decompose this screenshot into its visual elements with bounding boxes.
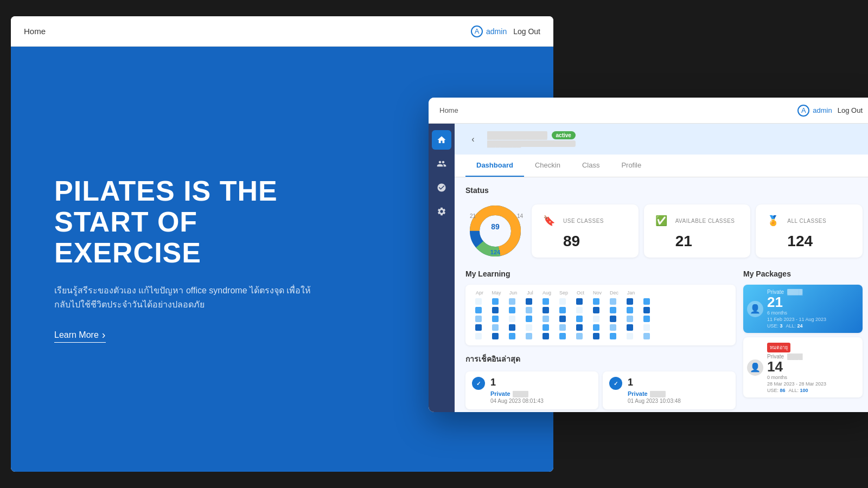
tab-checkin[interactable]: Checkin: [524, 155, 571, 177]
dash-tabs: Dashboard Checkin Class Profile: [455, 155, 868, 177]
user-id: ████████: [487, 140, 576, 147]
main-navbar: Home A admin Log Out: [11, 16, 553, 47]
month-oct: Oct: [573, 290, 588, 296]
package-info-0: Private ████ 21 6 months 11 Feb 2023 - 1…: [767, 285, 863, 333]
dash-home-link[interactable]: Home: [439, 106, 458, 114]
month-jul: Jul: [522, 290, 538, 296]
logout-button[interactable]: Log Out: [513, 27, 540, 36]
chart-grid: [471, 298, 730, 340]
pkg-duration-1: 0 months: [767, 375, 858, 380]
svg-text:89: 89: [491, 222, 500, 231]
pkg-date-range-1: 28 Mar 2023 - 28 Mar 2023: [767, 381, 858, 387]
sidebar-home-icon[interactable]: [432, 130, 451, 150]
hero-title: PILATES IS THE START OF EXERCISE: [54, 176, 326, 269]
sidebar-users-icon[interactable]: [432, 154, 451, 174]
dash-admin-label: admin: [813, 106, 832, 114]
dash-logout-button[interactable]: Log Out: [838, 106, 863, 114]
my-learning-title: My Learning: [465, 269, 736, 278]
package-info-1: หมดอายุ Private ████ 14 0 months 28 Mar …: [767, 337, 863, 397]
all-classes-label: ALL CLASSES: [787, 218, 826, 224]
use-classes-icon: 🔖: [540, 212, 558, 229]
month-jan: Jan: [623, 290, 639, 296]
use-classes-value: 89: [563, 233, 580, 250]
package-avatar-icon-1: 👤: [747, 359, 763, 376]
package-card-0[interactable]: 👤 Private ████ 21 6 months 11 Feb 2023 -…: [743, 285, 863, 333]
status-donut-chart: 89 124 21 14: [465, 201, 525, 261]
month-nov: Nov: [590, 290, 605, 296]
checkin-title: การเช็คอินล่าสุด: [465, 353, 736, 365]
available-classes-label: AVAILABLE CLASSES: [675, 218, 735, 224]
pkg-number-0: 21: [767, 295, 858, 309]
pkg-number-1: 14: [767, 359, 858, 374]
learning-chart: Apr May Jun Jul Aug Sep Oct Nov Dec Jan: [465, 285, 736, 345]
package-avatar-1: 👤: [743, 337, 767, 397]
stat-cards: 🔖 USE CLASSES 89 ✅ AVAILABLE CLASSES 21: [532, 204, 863, 258]
checkin-section: การเช็คอินล่าสุด ✓ 1 Private ████: [465, 353, 736, 412]
dash-navbar: Home A admin Log Out: [429, 98, 868, 124]
dash-nav-right: A admin Log Out: [797, 105, 863, 117]
dash-main-content: ‹ ████████████ active ████████ Dashboard…: [455, 124, 868, 412]
checkin-circle-1: ✓: [609, 377, 622, 390]
learn-more-button[interactable]: Learn More: [54, 329, 106, 343]
dashboard-window: Home A admin Log Out: [429, 98, 868, 412]
tab-class[interactable]: Class: [571, 155, 611, 177]
profile-name-area: ████████████ active ████████: [487, 131, 576, 147]
expired-badge: หมดอายุ: [767, 343, 790, 352]
package-card-1[interactable]: 👤 หมดอายุ Private ████ 14 0 months: [743, 337, 863, 397]
stat-card-use-header: 🔖 USE CLASSES: [540, 212, 604, 229]
home-link[interactable]: Home: [24, 27, 46, 36]
status-title: Status: [465, 186, 863, 195]
chart-months: Apr May Jun Jul Aug Sep Oct Nov Dec Jan: [471, 290, 730, 296]
tab-dashboard[interactable]: Dashboard: [465, 155, 524, 177]
donut-label-21: 21: [470, 213, 476, 219]
my-packages-title: My Packages: [743, 269, 863, 278]
month-sep: Sep: [556, 290, 571, 296]
profile-username: ████████████: [487, 131, 547, 139]
package-avatar-icon-0: 👤: [747, 301, 763, 317]
package-avatar-0: 👤: [743, 285, 767, 333]
dash-admin-button[interactable]: A admin: [797, 105, 832, 117]
hero-content: PILATES IS THE START OF EXERCISE เรียนรู…: [54, 176, 326, 343]
available-classes-icon: ✅: [653, 212, 670, 229]
stat-card-use-classes: 🔖 USE CLASSES 89: [532, 204, 639, 258]
tab-profile[interactable]: Profile: [610, 155, 652, 177]
my-learning-section: My Learning Apr May Jun Jul Aug Sep Oct …: [465, 269, 736, 412]
month-jun: Jun: [506, 290, 521, 296]
main-nav-right: A admin Log Out: [471, 25, 540, 37]
donut-label-14: 14: [517, 213, 523, 219]
checkin-item-0: ✓ 1 Private ████ 04 Aug 2023 08:01:43: [465, 371, 598, 409]
checkin-grid: ✓ 1 Private ████ 04 Aug 2023 08:01:43: [465, 371, 736, 412]
dash-body: ‹ ████████████ active ████████ Dashboard…: [429, 124, 868, 412]
month-may: May: [489, 290, 504, 296]
month-dec: Dec: [607, 290, 622, 296]
profile-header: ‹ ████████████ active ████████: [455, 124, 868, 155]
pkg-duration-0: 6 months: [767, 310, 858, 316]
available-classes-value: 21: [675, 233, 692, 250]
bottom-row: My Learning Apr May Jun Jul Aug Sep Oct …: [465, 269, 863, 412]
checkin-type-0: Private ████: [490, 388, 592, 398]
back-button[interactable]: ‹: [465, 132, 481, 147]
sidebar-settings-icon[interactable]: [432, 202, 451, 221]
dash-content: Status: [455, 177, 868, 412]
stat-card-available-classes: ✅ AVAILABLE CLASSES 21: [644, 204, 751, 258]
checkin-count-1: 1: [628, 377, 633, 388]
my-packages-section: My Packages 👤 Private ████: [743, 269, 863, 412]
checkin-type-1: Private ████: [628, 388, 729, 398]
sidebar-chart-icon[interactable]: [432, 178, 451, 197]
pkg-stats-0: USE: 3 ALL: 24: [767, 323, 858, 329]
hero-subtitle: เรียนรู้สรีระของตัวเอง แก้ไขปัญหา office…: [54, 284, 326, 311]
stat-card-all-header: 🏅 ALL CLASSES: [764, 212, 826, 229]
admin-button[interactable]: A admin: [471, 25, 507, 37]
stat-card-all-classes: 🏅 ALL CLASSES 124: [756, 204, 863, 258]
profile-info: ‹ ████████████ active ████████: [465, 131, 576, 147]
dash-account-icon: A: [797, 105, 809, 117]
checkin-date-0: 04 Aug 2023 08:01:43: [490, 398, 592, 404]
use-classes-label: USE CLASSES: [563, 218, 604, 224]
checkin-count-0: 1: [490, 377, 496, 388]
active-badge: active: [552, 131, 576, 139]
pkg-stats-1: USE: 86 ALL: 100: [767, 388, 858, 393]
stat-card-available-header: ✅ AVAILABLE CLASSES: [653, 212, 735, 229]
checkin-item-1: ✓ 1 Private ████ 01 Aug 2023 10:03:48: [603, 371, 736, 409]
dash-sidebar: [429, 124, 455, 412]
account-icon: A: [471, 25, 483, 37]
